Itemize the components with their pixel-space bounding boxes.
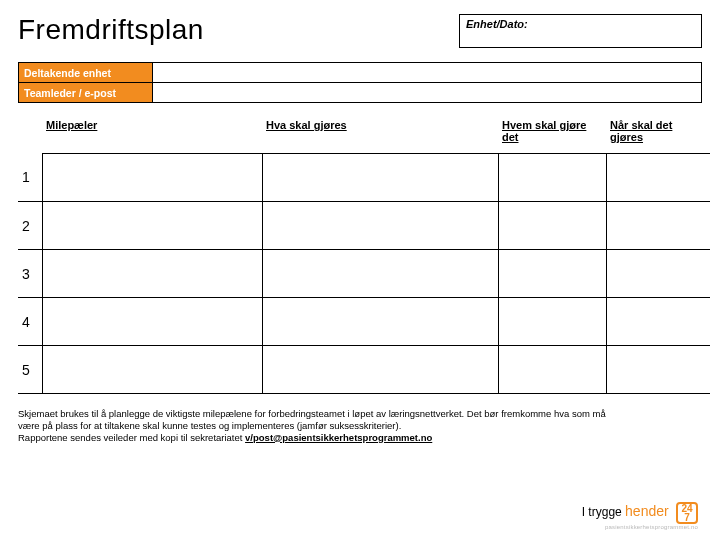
info-label-leader: Teamleder / e-post (19, 83, 153, 103)
row-number: 1 (18, 154, 42, 202)
col-header-num (18, 115, 42, 154)
cell-who[interactable] (498, 298, 606, 346)
cell-milestone[interactable] (42, 202, 262, 250)
footnote-line2: Rapportene sendes veileder med kopi til … (18, 432, 245, 443)
info-value-leader[interactable] (153, 83, 702, 103)
cell-what[interactable] (262, 346, 498, 394)
table-row: 1 (18, 154, 710, 202)
cell-milestone[interactable] (42, 154, 262, 202)
cell-what[interactable] (262, 154, 498, 202)
cell-who[interactable] (498, 346, 606, 394)
col-header-what: Hva skal gjøres (262, 115, 498, 154)
footnote-email: v/post@pasientsikkerhetsprogrammet.no (245, 432, 432, 443)
unit-date-box[interactable]: Enhet/Dato: (459, 14, 702, 48)
brand-sub: pasientsikkerhetsprogrammet.no (582, 524, 698, 530)
info-row: Deltakende enhet (19, 63, 702, 83)
cell-what[interactable] (262, 250, 498, 298)
brand-prefix: I trygge (582, 505, 625, 519)
footnote: Skjemaet brukes til å planlegge de vikti… (18, 408, 618, 444)
row-number: 2 (18, 202, 42, 250)
table-row: 2 (18, 202, 710, 250)
table-row: 4 (18, 298, 710, 346)
col-header-when: Når skal det gjøres (606, 115, 710, 154)
row-number: 3 (18, 250, 42, 298)
row-number: 5 (18, 346, 42, 394)
info-label-unit: Deltakende enhet (19, 63, 153, 83)
info-row: Teamleder / e-post (19, 83, 702, 103)
footer-logo: I trygge hender 247 pasientsikkerhetspro… (582, 502, 698, 530)
cell-when[interactable] (606, 154, 710, 202)
col-header-milestones: Milepæler (42, 115, 262, 154)
table-row: 5 (18, 346, 710, 394)
row-number: 4 (18, 298, 42, 346)
footnote-line1: Skjemaet brukes til å planlegge de vikti… (18, 408, 606, 431)
cell-when[interactable] (606, 250, 710, 298)
page-title: Fremdriftsplan (18, 14, 459, 46)
cell-milestone[interactable] (42, 298, 262, 346)
cell-what[interactable] (262, 298, 498, 346)
cell-what[interactable] (262, 202, 498, 250)
cell-milestone[interactable] (42, 346, 262, 394)
badge-icon: 247 (676, 502, 698, 524)
cell-milestone[interactable] (42, 250, 262, 298)
cell-when[interactable] (606, 298, 710, 346)
cell-who[interactable] (498, 202, 606, 250)
info-table: Deltakende enhet Teamleder / e-post (18, 62, 702, 103)
brand-accent: hender (625, 503, 669, 519)
cell-when[interactable] (606, 346, 710, 394)
col-header-who: Hvem skal gjøre det (498, 115, 606, 154)
cell-who[interactable] (498, 250, 606, 298)
unit-date-label: Enhet/Dato: (466, 18, 528, 30)
table-row: 3 (18, 250, 710, 298)
cell-when[interactable] (606, 202, 710, 250)
cell-who[interactable] (498, 154, 606, 202)
milestone-grid: Milepæler Hva skal gjøres Hvem skal gjør… (18, 115, 710, 394)
info-value-unit[interactable] (153, 63, 702, 83)
